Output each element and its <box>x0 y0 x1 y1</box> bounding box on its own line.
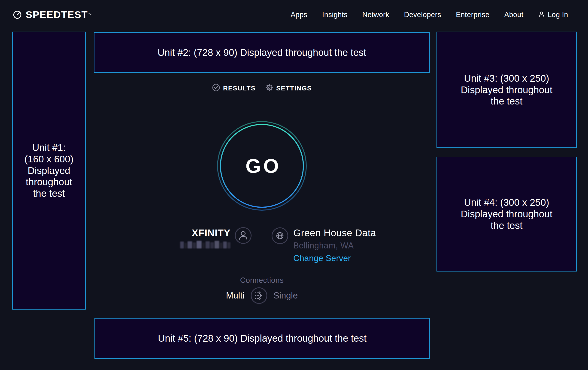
logo-trademark: ™ <box>88 13 92 16</box>
server-info: Green House Data Bellingham, WA Change S… <box>293 228 376 263</box>
host-info: XFINITY <box>180 228 231 249</box>
connections-single-option[interactable]: Single <box>273 291 298 300</box>
isp-name: XFINITY <box>180 228 231 238</box>
change-server-link[interactable]: Change Server <box>293 254 351 263</box>
ad-unit-3-rectangle: Unit #3: (300 x 250) Displayed throughou… <box>437 32 577 148</box>
connections-label: Connections <box>94 276 430 285</box>
speedtest-page: SPEEDTEST™ Apps Insights Network Develop… <box>0 0 588 370</box>
tab-bar: RESULTS <box>94 83 430 93</box>
logo-text: SPEEDTEST <box>26 9 88 20</box>
nav-item-about[interactable]: About <box>504 11 523 19</box>
multi-connection-icon[interactable] <box>250 287 268 304</box>
redacted-ip-blur <box>180 241 231 249</box>
speedtest-logo[interactable]: SPEEDTEST™ <box>13 9 92 20</box>
ad-unit-4-text: Unit #4: (300 x 250) Displayed throughou… <box>461 197 552 231</box>
server-location: Bellingham, WA <box>293 241 376 250</box>
tab-results[interactable]: RESULTS <box>212 83 256 93</box>
login-label: Log In <box>547 11 568 19</box>
check-circle-icon <box>212 83 220 93</box>
tab-settings-label: SETTINGS <box>276 85 312 92</box>
ad-unit-1-text: Unit #1: (160 x 600) Displayed throughou… <box>24 142 74 200</box>
server-name: Green House Data <box>293 228 376 238</box>
ad-unit-1-skyscraper: Unit #1: (160 x 600) Displayed throughou… <box>12 32 86 310</box>
isp-avatar-icon <box>234 227 252 245</box>
tab-settings[interactable]: SETTINGS <box>265 84 312 93</box>
globe-icon <box>271 227 289 246</box>
test-area: RESULTS <box>94 0 430 370</box>
connections-multi-option[interactable]: Multi <box>226 291 245 300</box>
login-button[interactable]: Log In <box>538 11 568 19</box>
speedometer-icon <box>13 9 22 20</box>
connections-toggle-row: Multi Single <box>94 287 430 304</box>
ad-unit-3-text: Unit #3: (300 x 250) Displayed throughou… <box>461 73 552 107</box>
user-icon <box>538 11 545 19</box>
tab-results-label: RESULTS <box>223 85 256 92</box>
gear-icon <box>265 84 273 93</box>
nav-item-enterprise[interactable]: Enterprise <box>456 11 489 19</box>
go-label: GO <box>217 121 307 211</box>
ad-unit-4-rectangle: Unit #4: (300 x 250) Displayed throughou… <box>437 157 577 271</box>
go-button[interactable]: GO <box>217 121 307 211</box>
